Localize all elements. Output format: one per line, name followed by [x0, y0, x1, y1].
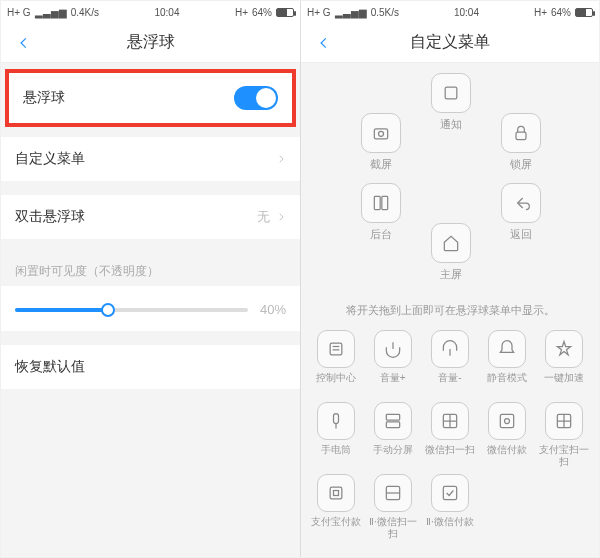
shortcut-label: 手动分屏	[366, 444, 419, 468]
opacity-slider[interactable]	[15, 308, 248, 312]
main-toggle-switch[interactable]	[234, 86, 278, 110]
main-toggle-label: 悬浮球	[23, 89, 65, 107]
right-screen: H+ G ▂▃▅▆ 0.5K/s 10:04 H+ 64% 自定义菜单 通知	[300, 1, 599, 557]
page-title: 悬浮球	[127, 32, 175, 53]
carrier-text: H+ G	[307, 7, 331, 18]
radial-label: 返回	[491, 227, 551, 242]
signal-bars: ▂▃▅▆	[335, 7, 367, 18]
shortcut-item[interactable]: 控制中心	[309, 330, 362, 396]
back-button[interactable]	[309, 23, 339, 62]
radial-item-screenshot[interactable]: 截屏	[351, 113, 411, 172]
opacity-value: 40%	[260, 302, 286, 317]
radial-item-back[interactable]: 返回	[491, 183, 551, 242]
highlight-box: 悬浮球	[5, 69, 296, 127]
home-icon	[431, 223, 471, 263]
recents-icon	[361, 183, 401, 223]
shortcut-icon	[317, 402, 355, 440]
shortcut-icon	[317, 330, 355, 368]
shortcut-icon	[545, 330, 583, 368]
status-bar: H+ G ▂▃▅▆ 0.4K/s 10:04 H+ 64%	[1, 1, 300, 23]
drag-hint-text: 将开关拖到上面即可在悬浮球菜单中显示。	[301, 293, 599, 326]
battery-icon	[276, 8, 294, 17]
svg-point-15	[505, 419, 510, 424]
battery-pct: 64%	[551, 7, 571, 18]
slider-thumb[interactable]	[101, 303, 115, 317]
lock-icon	[501, 113, 541, 153]
svg-rect-14	[501, 414, 514, 427]
radial-item-notification[interactable]: 通知	[421, 73, 481, 132]
svg-rect-4	[374, 196, 380, 209]
restore-defaults-label: 恢复默认值	[15, 358, 85, 376]
battery-icon	[575, 8, 593, 17]
shortcut-label: 音量+	[366, 372, 419, 396]
restore-defaults-row[interactable]: 恢复默认值	[1, 345, 300, 389]
shortcut-icon	[431, 402, 469, 440]
chevron-right-icon	[276, 210, 286, 225]
shortcut-item[interactable]: Ⅱ·微信付款	[423, 474, 476, 540]
opacity-slider-row: 40%	[1, 286, 300, 331]
h-plus-indicator: H+	[534, 7, 547, 18]
svg-rect-18	[333, 491, 338, 496]
h-plus-indicator: H+	[235, 7, 248, 18]
shortcut-label: 微信付款	[481, 444, 534, 468]
shortcut-icon	[488, 402, 526, 440]
shortcut-item[interactable]: 音量-	[423, 330, 476, 396]
svg-rect-17	[330, 487, 342, 499]
radial-label: 通知	[421, 117, 481, 132]
radial-item-lock[interactable]: 锁屏	[491, 113, 551, 172]
shortcut-item[interactable]: Ⅱ·微信扫一扫	[366, 474, 419, 540]
battery-pct: 64%	[252, 7, 272, 18]
svg-rect-20	[443, 486, 456, 499]
shortcut-item[interactable]: 微信扫一扫	[423, 402, 476, 468]
svg-rect-3	[516, 132, 526, 140]
back-button[interactable]	[9, 23, 39, 62]
chevron-right-icon	[276, 152, 286, 167]
svg-rect-11	[386, 414, 399, 420]
svg-rect-1	[374, 129, 387, 139]
shortcut-item[interactable]: 支付宝扫一扫	[538, 402, 591, 468]
main-toggle-row[interactable]: 悬浮球	[9, 73, 292, 123]
shortcut-icon	[431, 474, 469, 512]
double-tap-row[interactable]: 双击悬浮球 无	[1, 195, 300, 239]
double-tap-label: 双击悬浮球	[15, 208, 85, 226]
custom-menu-row[interactable]: 自定义菜单	[1, 137, 300, 181]
page-title: 自定义菜单	[410, 32, 490, 53]
shortcut-label: 支付宝付款	[309, 516, 362, 540]
radial-item-recents[interactable]: 后台	[351, 183, 411, 242]
svg-rect-0	[445, 87, 457, 99]
shortcut-label: 控制中心	[309, 372, 362, 396]
title-bar: 自定义菜单	[301, 23, 599, 63]
shortcut-item[interactable]: 手动分屏	[366, 402, 419, 468]
clock: 10:04	[454, 7, 479, 18]
shortcut-item[interactable]: 静音模式	[481, 330, 534, 396]
shortcut-item[interactable]: 支付宝付款	[309, 474, 362, 540]
back-arrow-icon	[501, 183, 541, 223]
svg-rect-9	[333, 414, 338, 424]
net-speed: 0.4K/s	[71, 7, 99, 18]
notification-icon	[431, 73, 471, 113]
clock: 10:04	[154, 7, 179, 18]
svg-point-2	[379, 131, 384, 136]
radial-label: 后台	[351, 227, 411, 242]
shortcut-icon	[488, 330, 526, 368]
carrier-text: H+ G	[7, 7, 31, 18]
shortcut-label: Ⅱ·微信扫一扫	[366, 516, 419, 540]
signal-bars: ▂▃▅▆	[35, 7, 67, 18]
left-screen: H+ G ▂▃▅▆ 0.4K/s 10:04 H+ 64% 悬浮球 悬浮球	[1, 1, 300, 557]
shortcut-label: 一键加速	[538, 372, 591, 396]
shortcut-item[interactable]: 手电筒	[309, 402, 362, 468]
shortcut-icon	[317, 474, 355, 512]
shortcut-item[interactable]: 音量+	[366, 330, 419, 396]
custom-menu-label: 自定义菜单	[15, 150, 85, 168]
shortcut-label: 静音模式	[481, 372, 534, 396]
shortcut-icon	[545, 402, 583, 440]
shortcut-item[interactable]: 微信付款	[481, 402, 534, 468]
radial-label: 主屏	[421, 267, 481, 282]
radial-item-home[interactable]: 主屏	[421, 223, 481, 282]
shortcut-label: Ⅱ·微信付款	[423, 516, 476, 540]
shortcut-item[interactable]: 一键加速	[538, 330, 591, 396]
svg-rect-5	[382, 196, 388, 209]
radial-label: 锁屏	[491, 157, 551, 172]
shortcut-label: 音量-	[423, 372, 476, 396]
shortcut-icon	[374, 474, 412, 512]
